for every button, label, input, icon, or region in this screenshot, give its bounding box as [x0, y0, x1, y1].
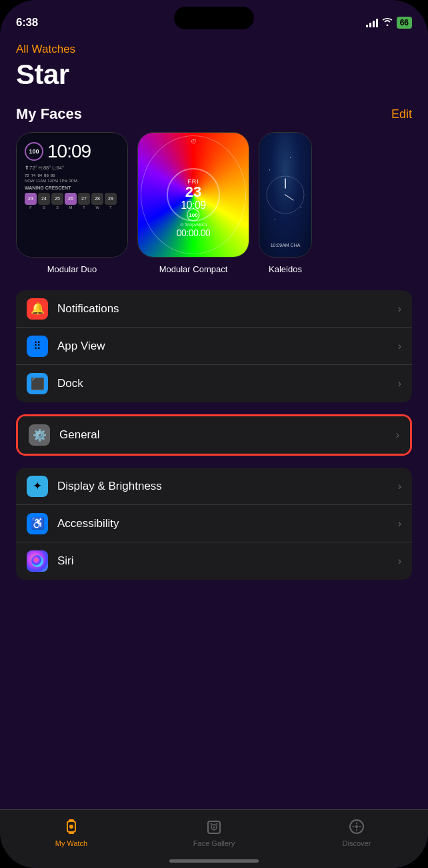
chevron-icon: › [398, 518, 401, 530]
discover-icon [347, 817, 367, 837]
tab-discover[interactable]: Discover [285, 817, 428, 847]
all-watches-link[interactable]: All Watches [16, 43, 412, 56]
watch-face-name-kaleidoscope: Kaleidos [269, 264, 302, 274]
watch-faces-row: 100 10:09 ⬆72° H:88° L:64° 7274848886 NO… [16, 132, 412, 274]
my-watch-icon [61, 817, 81, 837]
watch-face-name-modular-compact: Modular Compact [159, 264, 228, 274]
svg-point-12 [355, 825, 358, 828]
settings-group-3: ✦ Display & Brightness › ♿ Accessibility… [16, 468, 412, 580]
settings-item-siri[interactable]: Siri › [16, 542, 412, 580]
app-view-icon: ⠿ [27, 336, 48, 357]
svg-line-2 [285, 195, 293, 200]
face-gallery-tab-label: Face Gallery [193, 839, 235, 847]
battery-icon: 66 [397, 17, 412, 29]
wifi-icon [382, 17, 393, 28]
dock-label: Dock [57, 377, 398, 390]
watch-face-preview-kaleidoscope: 10:09AM CHA [259, 132, 312, 258]
dock-icon: ⬛ [27, 373, 48, 394]
siri-label: Siri [57, 554, 398, 568]
watch-face-kaleidoscope[interactable]: 10:09AM CHA Kaleidos [259, 132, 312, 274]
status-bar: 6:38 66 [0, 0, 428, 36]
dynamic-island [174, 7, 254, 29]
chevron-icon: › [396, 429, 399, 441]
discover-tab-label: Discover [343, 839, 371, 847]
tab-my-watch[interactable]: My Watch [0, 817, 143, 847]
watch-face-preview-modular-compact: ⏱ FRI 23 10:09 100 ⊙ Stopwatch 00:00.00 [137, 132, 249, 258]
chevron-icon: › [398, 555, 401, 567]
notifications-icon: 🔔 [27, 298, 48, 320]
notifications-label: Notifications [57, 302, 398, 316]
general-icon: ⚙️ [29, 424, 50, 446]
settings-group-1: 🔔 Notifications › ⠿ App View › ⬛ Dock › [16, 290, 412, 402]
my-faces-header: My Faces Edit [16, 105, 412, 123]
general-label: General [59, 428, 396, 442]
watch-face-modular-duo[interactable]: 100 10:09 ⬆72° H:88° L:64° 7274848886 NO… [16, 132, 128, 274]
settings-item-notifications[interactable]: 🔔 Notifications › [16, 290, 412, 328]
svg-point-10 [213, 827, 215, 829]
home-indicator [169, 859, 259, 863]
watch-face-modular-compact[interactable]: ⏱ FRI 23 10:09 100 ⊙ Stopwatch 00:00.00 [137, 132, 249, 274]
settings-item-display[interactable]: ✦ Display & Brightness › [16, 468, 412, 505]
svg-point-7 [69, 825, 73, 829]
settings-item-general[interactable]: ⚙️ General › [18, 416, 410, 454]
signal-bars-icon [366, 18, 378, 27]
status-icons: 66 [366, 17, 412, 29]
svg-point-3 [31, 555, 43, 567]
siri-icon [27, 550, 48, 572]
display-icon: ✦ [27, 476, 48, 497]
settings-item-app-view[interactable]: ⠿ App View › [16, 328, 412, 365]
face-gallery-icon [204, 817, 224, 837]
chevron-icon: › [398, 340, 401, 352]
svg-rect-5 [69, 819, 74, 821]
chevron-icon: › [398, 303, 401, 315]
accessibility-label: Accessibility [57, 517, 398, 530]
watch-face-preview-modular-duo: 100 10:09 ⬆72° H:88° L:64° 7274848886 NO… [16, 132, 128, 258]
accessibility-icon: ♿ [27, 513, 48, 534]
display-label: Display & Brightness [57, 480, 398, 493]
app-view-label: App View [57, 340, 398, 353]
chevron-icon: › [398, 378, 401, 390]
my-faces-title: My Faces [16, 105, 82, 123]
watch-face-name-modular-duo: Modular Duo [47, 264, 97, 274]
settings-item-dock[interactable]: ⬛ Dock › [16, 365, 412, 402]
chevron-icon: › [398, 480, 401, 492]
main-content: All Watches Star My Faces Edit 100 10:09… [0, 36, 428, 809]
status-time: 6:38 [16, 16, 38, 29]
phone-frame: 6:38 66 All Watches Star [0, 0, 428, 868]
edit-button[interactable]: Edit [391, 107, 412, 121]
settings-group-general-highlighted: ⚙️ General › [16, 414, 412, 456]
my-watch-tab-label: My Watch [55, 839, 88, 847]
settings-item-accessibility[interactable]: ♿ Accessibility › [16, 505, 412, 542]
tab-face-gallery[interactable]: Face Gallery [143, 817, 285, 847]
page-title: Star [16, 59, 412, 91]
svg-rect-6 [69, 832, 74, 834]
